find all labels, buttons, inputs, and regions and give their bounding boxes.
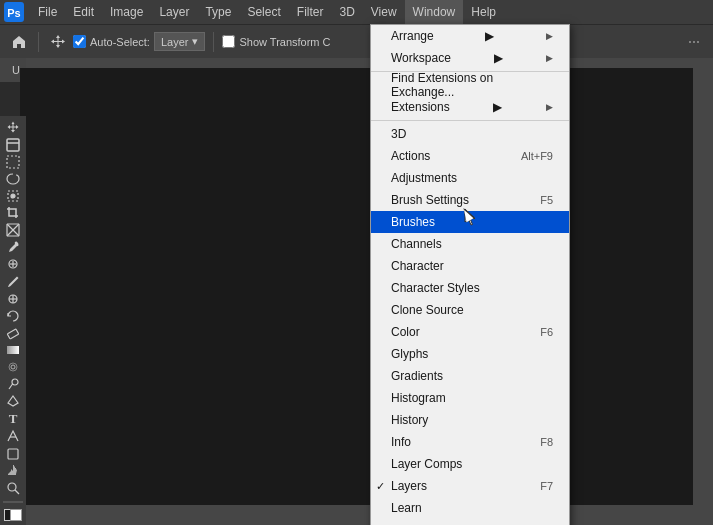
separator-2 (371, 120, 569, 121)
menu-item-brushes[interactable]: Brushes (371, 211, 569, 233)
options-toolbar: Auto-Select: Layer ▾ Show Transform C ⋯ (0, 24, 713, 58)
menu-item-character-styles[interactable]: Character Styles (371, 277, 569, 299)
svg-rect-17 (7, 346, 19, 354)
tool-gradient[interactable] (2, 342, 24, 357)
svg-line-21 (9, 384, 13, 389)
ps-logo: Ps (4, 2, 24, 22)
menu-item-character[interactable]: Character (371, 255, 569, 277)
menu-3d[interactable]: 3D (331, 0, 362, 24)
menu-item-brush-settings[interactable]: Brush Settings F5 (371, 189, 569, 211)
layer-dropdown[interactable]: Layer ▾ (154, 32, 206, 51)
svg-line-25 (15, 490, 19, 494)
menu-view[interactable]: View (363, 0, 405, 24)
menu-help[interactable]: Help (463, 0, 504, 24)
tool-pen[interactable] (2, 394, 24, 409)
auto-select-label: Auto-Select: (90, 36, 150, 48)
tool-brush[interactable] (2, 274, 24, 289)
menu-item-find-extensions[interactable]: Find Extensions on Exchange... (371, 74, 569, 96)
tool-lasso[interactable] (2, 171, 24, 186)
menu-window[interactable]: Window (405, 0, 464, 24)
tool-text[interactable]: T (2, 411, 24, 427)
menu-item-3d[interactable]: 3D (371, 123, 569, 145)
tool-hand[interactable] (2, 463, 24, 478)
menu-item-glyphs[interactable]: Glyphs (371, 343, 569, 365)
tool-eyedropper[interactable] (2, 240, 24, 255)
canvas (20, 68, 693, 505)
left-toolbar: T (0, 116, 26, 525)
tool-dodge[interactable] (2, 377, 24, 392)
tool-artboard[interactable] (2, 137, 24, 152)
menu-item-layer-comps[interactable]: Layer Comps (371, 453, 569, 475)
tool-clone[interactable] (2, 291, 24, 306)
home-button[interactable] (8, 31, 30, 53)
menu-item-workspace[interactable]: Workspace ▶ (371, 47, 569, 69)
menu-item-channels[interactable]: Channels (371, 233, 569, 255)
svg-rect-2 (7, 139, 19, 151)
svg-text:Ps: Ps (7, 7, 20, 19)
menu-item-adjustments[interactable]: Adjustments (371, 167, 569, 189)
menu-layer[interactable]: Layer (151, 0, 197, 24)
svg-point-20 (12, 379, 18, 385)
tool-marquee[interactable] (2, 154, 24, 169)
menu-item-layers[interactable]: Layers F7 (371, 475, 569, 497)
menu-item-histogram[interactable]: Histogram (371, 387, 569, 409)
tool-move[interactable] (2, 120, 24, 135)
tool-eraser[interactable] (2, 325, 24, 340)
menu-file[interactable]: File (30, 0, 65, 24)
tool-history-brush[interactable] (2, 308, 24, 323)
show-transform-checkbox[interactable] (222, 35, 235, 48)
tool-crop[interactable] (2, 206, 24, 221)
menu-item-clone-source[interactable]: Clone Source (371, 299, 569, 321)
separator2 (213, 32, 214, 52)
menu-item-arrange[interactable]: Arrange ▶ (371, 25, 569, 47)
menu-item-learn[interactable]: Learn (371, 497, 569, 519)
tool-blur[interactable] (2, 360, 24, 375)
show-transform-label: Show Transform C (239, 36, 330, 48)
menu-item-actions[interactable]: Actions Alt+F9 (371, 145, 569, 167)
menu-image[interactable]: Image (102, 0, 151, 24)
tool-frame[interactable] (2, 223, 24, 238)
main-area: T (0, 58, 713, 525)
separator (38, 32, 39, 52)
menu-item-gradients[interactable]: Gradients (371, 365, 569, 387)
svg-point-24 (8, 483, 16, 491)
menu-item-color[interactable]: Color F6 (371, 321, 569, 343)
menu-item-libraries[interactable]: Libraries (371, 519, 569, 525)
window-dropdown-menu: Arrange ▶ Workspace ▶ Find Extensions on… (370, 24, 570, 525)
svg-rect-23 (8, 449, 18, 459)
toolbar-extra-icon[interactable]: ⋯ (683, 31, 705, 53)
move-tool-icon[interactable] (47, 31, 69, 53)
tool-path-select[interactable] (2, 429, 24, 444)
auto-select-checkbox[interactable] (73, 35, 86, 48)
tool-shape[interactable] (2, 446, 24, 461)
menu-item-history[interactable]: History (371, 409, 569, 431)
foreground-background-colors[interactable] (4, 509, 22, 521)
tool-healing[interactable] (2, 257, 24, 272)
toolbar-separator-bottom (3, 501, 23, 502)
menu-item-info[interactable]: Info F8 (371, 431, 569, 453)
svg-point-18 (9, 363, 17, 371)
menu-bar: Ps File Edit Image Layer Type Select Fil… (0, 0, 713, 24)
svg-rect-4 (7, 156, 19, 168)
svg-rect-16 (7, 329, 19, 339)
menu-item-extensions[interactable]: Extensions ▶ (371, 96, 569, 118)
svg-point-19 (11, 365, 15, 369)
menu-select[interactable]: Select (239, 0, 288, 24)
svg-point-6 (11, 194, 15, 198)
tool-object-select[interactable] (2, 188, 24, 203)
menu-edit[interactable]: Edit (65, 0, 102, 24)
menu-filter[interactable]: Filter (289, 0, 332, 24)
auto-select-group: Auto-Select: Layer ▾ (73, 32, 205, 51)
menu-type[interactable]: Type (197, 0, 239, 24)
tool-zoom[interactable] (2, 480, 24, 495)
